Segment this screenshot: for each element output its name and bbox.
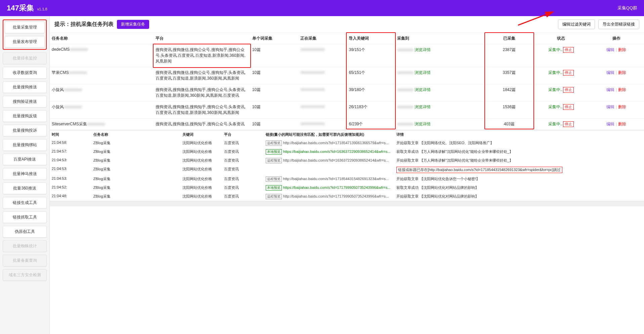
table-row: SiteserverCMS采集xxxxxxxxx搜狗资讯,搜狗微信,搜狗知乎,搜…: [50, 119, 644, 130]
sidebar-item-0: 批量排名监控: [3, 52, 47, 64]
th-log-plat: 平台: [222, 130, 264, 139]
log-kw: 沈阳网站优化价格: [180, 175, 222, 183]
task-name: SiteserverCMS采集: [52, 122, 87, 126]
stop-button[interactable]: 停止: [563, 47, 574, 53]
log-url[interactable]: http://baijiahao.baidu.com/s?id=17185443…: [283, 177, 389, 181]
stop-button[interactable]: 停止: [563, 87, 574, 93]
log-task: ZBlog采集: [91, 148, 180, 156]
log-time: 21:04:53:: [50, 156, 91, 165]
task-name: dedeCMS: [52, 47, 70, 52]
log-task: ZBlog采集: [91, 192, 180, 201]
log-url[interactable]: http://baijiahao.baidu.com/s?id=17185471…: [283, 141, 389, 145]
log-detail: 获取文章成功 【万人网络讲解"沈阳网站优化"能给企业带来哪些好处_】: [396, 150, 513, 154]
blurred-text: xxxxxxxx: [397, 87, 413, 92]
app-title: 147采集: [7, 3, 34, 13]
view-detail-link[interactable]: 浏览详情: [415, 122, 431, 126]
sidebar-item-6[interactable]: 批量搜狗绑站: [3, 139, 47, 151]
task-status: 采集中..: [548, 105, 563, 109]
task-single: 10篇: [250, 119, 299, 130]
view-detail-link[interactable]: 浏览详情: [415, 47, 431, 52]
task-single: 10篇: [250, 44, 299, 67]
blurred-text: xxxxxxxx: [397, 70, 413, 75]
task-keywords: 6/239个: [347, 119, 395, 130]
preview-tag[interactable]: 本地预览: [266, 185, 282, 191]
task-platform: 搜狗资讯,搜狗微信,搜狗知乎,搜狗公众号,头条资讯,百度知道,新浪新闻,360新…: [154, 84, 250, 101]
view-detail-link[interactable]: 浏览详情: [415, 87, 431, 92]
log-task: ZBlog采集: [91, 156, 180, 165]
th-log-task: 任务名称: [91, 130, 180, 139]
view-detail-link[interactable]: 浏览详情: [415, 105, 431, 109]
sidebar-item-12[interactable]: 伪原创工具: [3, 226, 47, 238]
sidebar-item-15: 域名三方安全检测: [3, 269, 47, 281]
qq-group-link[interactable]: 采集QQ群: [617, 5, 637, 11]
log-plat: 百度资讯: [222, 175, 264, 183]
edit-button[interactable]: 编辑: [606, 105, 614, 109]
stop-button[interactable]: 停止: [563, 104, 574, 110]
log-task: ZBlog采集: [91, 183, 180, 192]
sidebar-item-2[interactable]: 批量搜狗推送: [3, 81, 47, 93]
preview-tag[interactable]: 本地预览: [266, 149, 282, 155]
task-status: 采集中..: [548, 70, 563, 75]
edit-filter-button[interactable]: 编辑过滤关键词: [558, 19, 595, 29]
toolbar: 提示：挂机采集任务列表 新增采集任务 编辑过滤关键词 导出全部错误链接: [50, 16, 644, 33]
edit-button[interactable]: 编辑: [606, 122, 614, 126]
preview-tag[interactable]: 远程预览: [266, 176, 282, 182]
log-row: 21:04:57:ZBlog采集沈阳网站优化价格百度资讯本地预览https://…: [50, 148, 644, 156]
preview-tag[interactable]: 远程预览: [266, 194, 282, 199]
export-errors-button[interactable]: 导出全部错误链接: [598, 19, 639, 29]
edit-button[interactable]: 编辑: [606, 70, 614, 75]
sidebar-item-9[interactable]: 批量360推送: [3, 182, 47, 194]
scrollbar-horizontal[interactable]: [50, 201, 644, 206]
delete-button[interactable]: 删除: [618, 47, 626, 52]
blurred-text: xxxxxxxxxxxx: [300, 121, 325, 126]
edit-button[interactable]: 编辑: [606, 47, 614, 52]
log-kw: 沈阳网站优化价格: [180, 156, 222, 165]
th-collecting: 正在采集: [298, 33, 347, 44]
stop-button[interactable]: 停止: [563, 70, 574, 76]
stop-button[interactable]: 停止: [563, 121, 574, 127]
log-kw: 沈阳网站优化价格: [180, 148, 222, 156]
sidebar-item-8[interactable]: 批量神马推送: [3, 168, 47, 180]
log-plat: 百度资讯: [222, 165, 264, 175]
log-plat: 百度资讯: [222, 192, 264, 201]
sidebar-item-10[interactable]: 链接生成工具: [3, 197, 47, 209]
sidebar-item-3[interactable]: 搜狗验证推送: [3, 96, 47, 108]
log-url[interactable]: http://baijiahao.baidu.com/s?id=16363722…: [283, 158, 389, 162]
delete-button[interactable]: 删除: [618, 87, 626, 92]
sidebar-item-1[interactable]: 收录数据查询: [3, 67, 47, 79]
log-task: ZBlog采集: [91, 139, 180, 148]
sidebar-item-collect-manage[interactable]: 批量采集管理: [5, 22, 45, 33]
task-name: 小旋风: [52, 105, 64, 109]
blurred-text: xxxxxxxxx: [70, 47, 88, 52]
task-platform: 搜狗资讯,搜狗微信,搜狗知乎,搜狗公众号,头条资讯,百度资讯,百度知道,新浪新闻…: [154, 101, 250, 119]
view-detail-link[interactable]: 浏览详情: [415, 70, 431, 75]
blurred-text: xxxxxxxx: [397, 105, 413, 109]
preview-tag[interactable]: 远程预览: [266, 140, 282, 146]
sidebar-item-11[interactable]: 链接抓取工具: [3, 211, 47, 223]
delete-button[interactable]: 删除: [618, 70, 626, 75]
sidebar-item-7[interactable]: 百度API推送: [3, 154, 47, 165]
log-plat: 百度资讯: [222, 183, 264, 192]
log-detail: 获取文章成功 【沈阳网站优化对网站品牌的影响】: [396, 185, 479, 190]
log-url[interactable]: http://baijiahao.baidu.com/s?id=17179990…: [283, 194, 389, 198]
log-task: ZBlog采集: [91, 165, 180, 175]
task-collected: 2387篇: [485, 44, 533, 67]
log-url[interactable]: https://baijiahao.baidu.com/s?id=1717999…: [283, 185, 391, 190]
blurred-text: xxxxxxxx: [397, 122, 413, 126]
log-url[interactable]: https://baijiahao.baidu.com/s?id=1636372…: [283, 150, 391, 154]
task-keywords: 65/151个: [347, 67, 395, 84]
sidebar-item-4[interactable]: 批量搜狗反馈: [3, 110, 47, 122]
sidebar: 批量采集管理 批量发布管理 批量排名监控收录数据查询批量搜狗推送搜狗验证推送批量…: [0, 16, 50, 334]
delete-button[interactable]: 删除: [618, 105, 626, 109]
table-row: 小旋风xxxxxxxxx搜狗资讯,搜狗微信,搜狗知乎,搜狗公众号,头条资讯,百度…: [50, 101, 644, 119]
blurred-text: xxxxxxxxx: [64, 105, 82, 109]
preview-tag[interactable]: 远程预览: [266, 158, 282, 163]
blurred-text: xxxxxxxxxxxx: [300, 104, 325, 109]
add-task-button[interactable]: 新增采集任务: [117, 20, 149, 29]
log-kw: 沈阳网站优化价格: [180, 139, 222, 148]
sidebar-item-publish-manage[interactable]: 批量发布管理: [5, 36, 45, 48]
blurred-text: xxxxxxxxxxxx: [300, 87, 325, 92]
delete-button[interactable]: 删除: [618, 122, 626, 126]
edit-button[interactable]: 编辑: [606, 87, 614, 92]
sidebar-item-5[interactable]: 批量搜狗投诉: [3, 125, 47, 136]
